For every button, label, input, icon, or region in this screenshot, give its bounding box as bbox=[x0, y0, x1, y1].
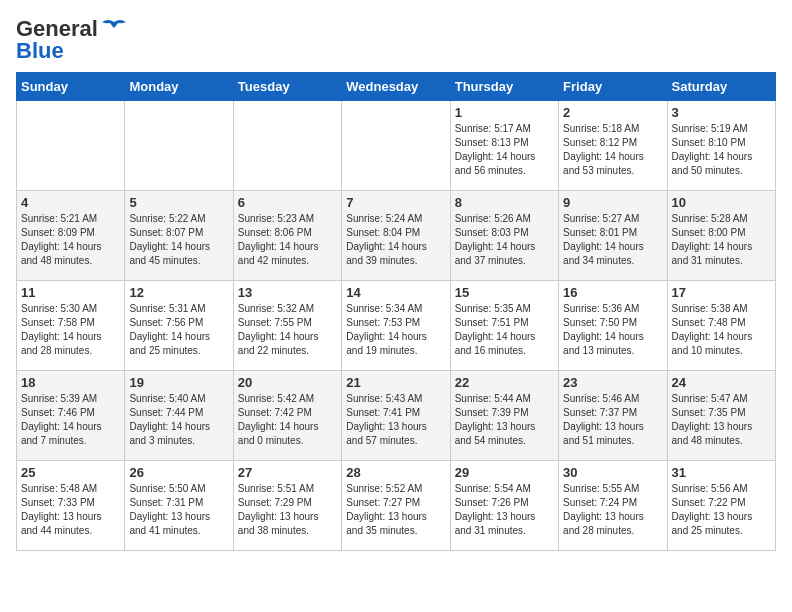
calendar-cell: 16Sunrise: 5:36 AM Sunset: 7:50 PM Dayli… bbox=[559, 281, 667, 371]
weekday-header-row: SundayMondayTuesdayWednesdayThursdayFrid… bbox=[17, 73, 776, 101]
calendar-cell bbox=[125, 101, 233, 191]
calendar-cell: 11Sunrise: 5:30 AM Sunset: 7:58 PM Dayli… bbox=[17, 281, 125, 371]
calendar-cell: 7Sunrise: 5:24 AM Sunset: 8:04 PM Daylig… bbox=[342, 191, 450, 281]
calendar-cell: 17Sunrise: 5:38 AM Sunset: 7:48 PM Dayli… bbox=[667, 281, 775, 371]
day-info: Sunrise: 5:27 AM Sunset: 8:01 PM Dayligh… bbox=[563, 212, 662, 268]
calendar-cell: 26Sunrise: 5:50 AM Sunset: 7:31 PM Dayli… bbox=[125, 461, 233, 551]
day-number: 30 bbox=[563, 465, 662, 480]
calendar-cell: 25Sunrise: 5:48 AM Sunset: 7:33 PM Dayli… bbox=[17, 461, 125, 551]
calendar-cell: 22Sunrise: 5:44 AM Sunset: 7:39 PM Dayli… bbox=[450, 371, 558, 461]
header: General Blue bbox=[16, 16, 776, 64]
day-number: 29 bbox=[455, 465, 554, 480]
day-number: 2 bbox=[563, 105, 662, 120]
day-info: Sunrise: 5:39 AM Sunset: 7:46 PM Dayligh… bbox=[21, 392, 120, 448]
calendar-cell: 29Sunrise: 5:54 AM Sunset: 7:26 PM Dayli… bbox=[450, 461, 558, 551]
day-info: Sunrise: 5:50 AM Sunset: 7:31 PM Dayligh… bbox=[129, 482, 228, 538]
day-info: Sunrise: 5:18 AM Sunset: 8:12 PM Dayligh… bbox=[563, 122, 662, 178]
calendar-cell: 1Sunrise: 5:17 AM Sunset: 8:13 PM Daylig… bbox=[450, 101, 558, 191]
calendar-cell bbox=[233, 101, 341, 191]
day-number: 25 bbox=[21, 465, 120, 480]
calendar-cell bbox=[17, 101, 125, 191]
day-number: 22 bbox=[455, 375, 554, 390]
day-info: Sunrise: 5:26 AM Sunset: 8:03 PM Dayligh… bbox=[455, 212, 554, 268]
calendar-cell: 5Sunrise: 5:22 AM Sunset: 8:07 PM Daylig… bbox=[125, 191, 233, 281]
calendar-cell: 18Sunrise: 5:39 AM Sunset: 7:46 PM Dayli… bbox=[17, 371, 125, 461]
weekday-header-thursday: Thursday bbox=[450, 73, 558, 101]
calendar-cell: 23Sunrise: 5:46 AM Sunset: 7:37 PM Dayli… bbox=[559, 371, 667, 461]
day-number: 11 bbox=[21, 285, 120, 300]
day-info: Sunrise: 5:21 AM Sunset: 8:09 PM Dayligh… bbox=[21, 212, 120, 268]
calendar-cell: 13Sunrise: 5:32 AM Sunset: 7:55 PM Dayli… bbox=[233, 281, 341, 371]
day-number: 7 bbox=[346, 195, 445, 210]
day-info: Sunrise: 5:47 AM Sunset: 7:35 PM Dayligh… bbox=[672, 392, 771, 448]
day-info: Sunrise: 5:17 AM Sunset: 8:13 PM Dayligh… bbox=[455, 122, 554, 178]
calendar-cell: 6Sunrise: 5:23 AM Sunset: 8:06 PM Daylig… bbox=[233, 191, 341, 281]
calendar-cell: 19Sunrise: 5:40 AM Sunset: 7:44 PM Dayli… bbox=[125, 371, 233, 461]
calendar-cell: 4Sunrise: 5:21 AM Sunset: 8:09 PM Daylig… bbox=[17, 191, 125, 281]
day-number: 17 bbox=[672, 285, 771, 300]
calendar-cell bbox=[342, 101, 450, 191]
calendar-table: SundayMondayTuesdayWednesdayThursdayFrid… bbox=[16, 72, 776, 551]
day-number: 4 bbox=[21, 195, 120, 210]
day-number: 14 bbox=[346, 285, 445, 300]
day-info: Sunrise: 5:54 AM Sunset: 7:26 PM Dayligh… bbox=[455, 482, 554, 538]
day-info: Sunrise: 5:30 AM Sunset: 7:58 PM Dayligh… bbox=[21, 302, 120, 358]
logo-bird-icon bbox=[100, 18, 128, 40]
day-number: 3 bbox=[672, 105, 771, 120]
day-number: 23 bbox=[563, 375, 662, 390]
day-number: 21 bbox=[346, 375, 445, 390]
calendar-cell: 14Sunrise: 5:34 AM Sunset: 7:53 PM Dayli… bbox=[342, 281, 450, 371]
day-number: 13 bbox=[238, 285, 337, 300]
day-info: Sunrise: 5:46 AM Sunset: 7:37 PM Dayligh… bbox=[563, 392, 662, 448]
calendar-cell: 10Sunrise: 5:28 AM Sunset: 8:00 PM Dayli… bbox=[667, 191, 775, 281]
day-info: Sunrise: 5:22 AM Sunset: 8:07 PM Dayligh… bbox=[129, 212, 228, 268]
day-number: 26 bbox=[129, 465, 228, 480]
weekday-header-tuesday: Tuesday bbox=[233, 73, 341, 101]
day-number: 28 bbox=[346, 465, 445, 480]
calendar-cell: 3Sunrise: 5:19 AM Sunset: 8:10 PM Daylig… bbox=[667, 101, 775, 191]
day-number: 20 bbox=[238, 375, 337, 390]
day-number: 31 bbox=[672, 465, 771, 480]
day-info: Sunrise: 5:38 AM Sunset: 7:48 PM Dayligh… bbox=[672, 302, 771, 358]
calendar-cell: 31Sunrise: 5:56 AM Sunset: 7:22 PM Dayli… bbox=[667, 461, 775, 551]
day-info: Sunrise: 5:19 AM Sunset: 8:10 PM Dayligh… bbox=[672, 122, 771, 178]
day-number: 12 bbox=[129, 285, 228, 300]
calendar-cell: 28Sunrise: 5:52 AM Sunset: 7:27 PM Dayli… bbox=[342, 461, 450, 551]
calendar-cell: 30Sunrise: 5:55 AM Sunset: 7:24 PM Dayli… bbox=[559, 461, 667, 551]
day-info: Sunrise: 5:23 AM Sunset: 8:06 PM Dayligh… bbox=[238, 212, 337, 268]
day-number: 19 bbox=[129, 375, 228, 390]
calendar-cell: 24Sunrise: 5:47 AM Sunset: 7:35 PM Dayli… bbox=[667, 371, 775, 461]
weekday-header-friday: Friday bbox=[559, 73, 667, 101]
day-info: Sunrise: 5:56 AM Sunset: 7:22 PM Dayligh… bbox=[672, 482, 771, 538]
day-info: Sunrise: 5:42 AM Sunset: 7:42 PM Dayligh… bbox=[238, 392, 337, 448]
day-info: Sunrise: 5:44 AM Sunset: 7:39 PM Dayligh… bbox=[455, 392, 554, 448]
weekday-header-monday: Monday bbox=[125, 73, 233, 101]
calendar-cell: 15Sunrise: 5:35 AM Sunset: 7:51 PM Dayli… bbox=[450, 281, 558, 371]
calendar-cell: 21Sunrise: 5:43 AM Sunset: 7:41 PM Dayli… bbox=[342, 371, 450, 461]
calendar-cell: 12Sunrise: 5:31 AM Sunset: 7:56 PM Dayli… bbox=[125, 281, 233, 371]
calendar-cell: 27Sunrise: 5:51 AM Sunset: 7:29 PM Dayli… bbox=[233, 461, 341, 551]
day-number: 6 bbox=[238, 195, 337, 210]
logo-blue: Blue bbox=[16, 38, 64, 64]
day-info: Sunrise: 5:52 AM Sunset: 7:27 PM Dayligh… bbox=[346, 482, 445, 538]
calendar-cell: 8Sunrise: 5:26 AM Sunset: 8:03 PM Daylig… bbox=[450, 191, 558, 281]
calendar-cell: 20Sunrise: 5:42 AM Sunset: 7:42 PM Dayli… bbox=[233, 371, 341, 461]
weekday-header-wednesday: Wednesday bbox=[342, 73, 450, 101]
day-info: Sunrise: 5:35 AM Sunset: 7:51 PM Dayligh… bbox=[455, 302, 554, 358]
calendar-week-2: 4Sunrise: 5:21 AM Sunset: 8:09 PM Daylig… bbox=[17, 191, 776, 281]
calendar-cell: 2Sunrise: 5:18 AM Sunset: 8:12 PM Daylig… bbox=[559, 101, 667, 191]
day-info: Sunrise: 5:43 AM Sunset: 7:41 PM Dayligh… bbox=[346, 392, 445, 448]
day-info: Sunrise: 5:40 AM Sunset: 7:44 PM Dayligh… bbox=[129, 392, 228, 448]
day-number: 9 bbox=[563, 195, 662, 210]
day-info: Sunrise: 5:31 AM Sunset: 7:56 PM Dayligh… bbox=[129, 302, 228, 358]
day-number: 18 bbox=[21, 375, 120, 390]
calendar-week-3: 11Sunrise: 5:30 AM Sunset: 7:58 PM Dayli… bbox=[17, 281, 776, 371]
day-info: Sunrise: 5:32 AM Sunset: 7:55 PM Dayligh… bbox=[238, 302, 337, 358]
day-number: 15 bbox=[455, 285, 554, 300]
day-info: Sunrise: 5:48 AM Sunset: 7:33 PM Dayligh… bbox=[21, 482, 120, 538]
day-info: Sunrise: 5:36 AM Sunset: 7:50 PM Dayligh… bbox=[563, 302, 662, 358]
weekday-header-sunday: Sunday bbox=[17, 73, 125, 101]
calendar-week-1: 1Sunrise: 5:17 AM Sunset: 8:13 PM Daylig… bbox=[17, 101, 776, 191]
day-info: Sunrise: 5:24 AM Sunset: 8:04 PM Dayligh… bbox=[346, 212, 445, 268]
day-info: Sunrise: 5:51 AM Sunset: 7:29 PM Dayligh… bbox=[238, 482, 337, 538]
